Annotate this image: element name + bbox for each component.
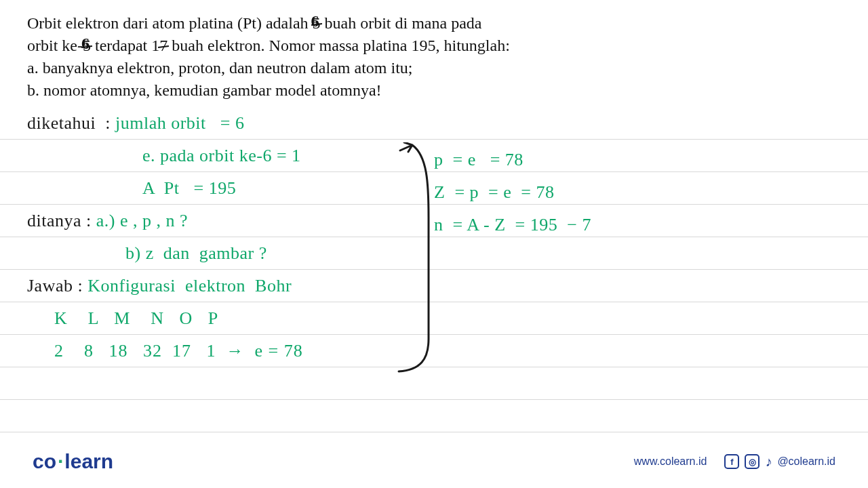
value-jumlah-orbit: jumlah orbit = 6 xyxy=(115,107,244,140)
problem-line-a: a. banyaknya elektron, proton, dan neutr… xyxy=(27,57,841,79)
brand-co: co xyxy=(33,450,56,472)
instagram-icon: ◎ xyxy=(745,454,760,469)
corrected-5-to-6: 56 xyxy=(313,12,321,35)
problem-statement: Orbit elektron dari atom platina (Pt) ad… xyxy=(27,12,841,102)
corrected-5-to-6: 56 xyxy=(83,35,91,57)
ditanya-a: a.) e , p , n ? xyxy=(96,205,188,237)
z-equals-p: Z = p = e = 78 xyxy=(434,176,591,209)
label-jawab: Jawab : xyxy=(27,270,87,302)
problem-line-1: Orbit elektron dari atom platina (Pt) ad… xyxy=(27,12,841,35)
n-formula: n = A - Z = 195 − 7 xyxy=(434,209,591,241)
brand-learn: learn xyxy=(64,450,113,472)
label-diketahui: diketahui : xyxy=(27,107,115,140)
facebook-icon: f xyxy=(724,454,739,469)
problem-line-b: b. nomor atomnya, kemudian gambar model … xyxy=(27,79,841,102)
p-equals-e: p = e = 78 xyxy=(434,144,591,176)
struck-7: 7 xyxy=(159,35,167,57)
text: buah elektron. Nomor massa platina 195, … xyxy=(167,37,510,54)
overwrite-6: 6 xyxy=(81,33,90,55)
footer-right: www.colearn.id f ◎ ♪ @colearn.id xyxy=(634,454,835,470)
footer-url: www.colearn.id xyxy=(634,455,707,468)
label-ditanya: ditanya : xyxy=(27,205,96,237)
brand-logo: co·learn xyxy=(33,450,113,473)
overwrite-6: 6 xyxy=(311,10,319,33)
text: Orbit elektron dari atom platina (Pt) ad… xyxy=(27,14,313,32)
problem-line-2: orbit ke-56 terdapat 17 buah elektron. N… xyxy=(27,35,841,57)
diketahui-row: diketahui : jumlah orbit = 6 xyxy=(27,107,841,140)
tiktok-icon: ♪ xyxy=(765,454,772,470)
text: terdapat 1 xyxy=(91,37,159,54)
text: buah orbit di mana pada xyxy=(321,14,482,32)
social-icons: f ◎ ♪ @colearn.id xyxy=(724,454,835,470)
right-derivation: p = e = 78 Z = p = e = 78 n = A - Z = 19… xyxy=(434,144,591,241)
footer-handle: @colearn.id xyxy=(777,455,835,468)
jawab-text: Konfigurasi elektron Bohr xyxy=(87,270,292,302)
brand-dot-icon: · xyxy=(58,450,63,472)
text: orbit ke- xyxy=(27,37,83,54)
footer-bar: co·learn www.colearn.id f ◎ ♪ @colearn.i… xyxy=(0,435,868,488)
document-page: Orbit elektron dari atom platina (Pt) ad… xyxy=(0,0,868,367)
curly-arrow-bracket xyxy=(393,142,441,373)
